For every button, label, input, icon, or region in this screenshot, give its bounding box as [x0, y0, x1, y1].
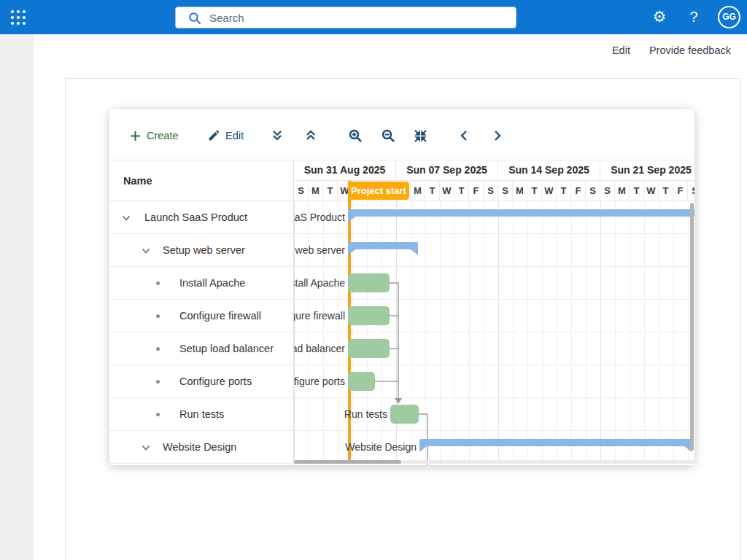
day-header-cell: S [484, 181, 498, 201]
day-header-cell: S [600, 181, 615, 201]
chevron-down-icon[interactable] [121, 213, 131, 223]
chevron-left-icon [460, 131, 468, 141]
project-start-badge: Project start [348, 182, 409, 200]
zoom-to-fit-button[interactable] [414, 125, 427, 146]
task-row[interactable]: Launch SaaS Product [109, 201, 293, 234]
task-bar[interactable] [348, 273, 390, 292]
chart-task-label: Run tests [294, 398, 387, 431]
provide-feedback-link[interactable]: Provide feedback [649, 44, 731, 56]
edit-button-label: Edit [225, 130, 244, 141]
task-bar[interactable] [348, 372, 375, 391]
day-header-cell: T [630, 181, 644, 201]
day-header-cell: F [469, 181, 484, 201]
task-row[interactable]: Configure firewall [109, 300, 293, 332]
day-header-cell: W [440, 181, 454, 201]
week-header-cell: Sun 21 Sep 2025 [600, 160, 694, 181]
task-bar[interactable] [348, 339, 390, 358]
day-header-cell: T [659, 181, 673, 201]
user-avatar[interactable]: GG [718, 6, 740, 28]
task-name-label: Setup load balancer [179, 332, 274, 365]
zoom-to-fit-icon [414, 130, 427, 142]
gantt-widget: Create Edit [109, 109, 694, 465]
week-header-cell: Sun 07 Sep 2025 [396, 160, 498, 181]
chart-task-label: Install Apache [294, 267, 345, 300]
task-name-label: Setup web server [163, 234, 245, 267]
chevron-right-icon [493, 131, 502, 141]
edit-button[interactable]: Edit [208, 125, 244, 146]
bullet-icon [156, 314, 160, 318]
day-header-cell: W [644, 181, 659, 201]
pencil-icon [208, 130, 220, 141]
timeline-week-header: Sun 31 Aug 2025Sun 07 Sep 2025Sun 14 Sep… [294, 160, 694, 181]
day-header-cell: T [323, 181, 338, 201]
task-name-label: Configure firewall [179, 300, 261, 332]
day-header-cell: M [309, 181, 323, 201]
chevron-down-icon[interactable] [141, 443, 151, 453]
timeline-day-header: SMTWTFSSMTWTFSSMTWTFSSMTWTFSProject star… [294, 181, 694, 201]
scroll-left-button[interactable] [460, 125, 468, 146]
gantt-timeline: Sun 31 Aug 2025Sun 07 Sep 2025Sun 14 Sep… [294, 160, 694, 465]
week-header-cell: Sun 31 Aug 2025 [294, 160, 396, 181]
page-edit-link[interactable]: Edit [612, 44, 630, 56]
day-header-cell: T [527, 181, 542, 201]
expand-all-button[interactable] [271, 125, 283, 146]
double-chevron-down-icon [271, 130, 283, 141]
task-row[interactable]: Website Design [109, 431, 293, 464]
summary-bar[interactable] [348, 209, 694, 222]
plus-icon [130, 131, 141, 141]
left-sidebar-rail [0, 34, 34, 560]
day-header-cell: M [615, 181, 630, 201]
day-header-cell: S [586, 181, 600, 201]
task-row[interactable]: Configure ports [109, 365, 293, 398]
chart-task-label: Setup load balancer [294, 332, 345, 365]
collapse-all-button[interactable] [305, 125, 317, 146]
horizontal-scrollbar[interactable] [294, 460, 401, 464]
day-header-cell: W [542, 181, 557, 201]
scroll-right-button[interactable] [493, 125, 502, 146]
task-name-label: Website Design [163, 431, 236, 464]
day-header-cell: M [411, 181, 425, 201]
day-header-cell: T [425, 181, 440, 201]
chart-task-label: Website Design [294, 431, 417, 464]
task-row[interactable]: Install Apache [109, 267, 293, 300]
day-header-cell: F [673, 181, 688, 201]
task-bar[interactable] [390, 405, 419, 424]
vertical-scrollbar[interactable] [690, 203, 694, 451]
help-icon[interactable]: ? [684, 7, 703, 27]
gantt-toolbar: Create Edit [109, 109, 694, 160]
task-name-label: Configure ports [179, 365, 252, 398]
gantt-chart-area: Launch SaaS ProductSetup web serverInsta… [294, 201, 694, 465]
settings-gear-icon[interactable]: ⚙ [649, 7, 670, 27]
day-header-cell: S [294, 181, 309, 201]
day-header-cell: F [571, 181, 586, 201]
zoom-in-icon [349, 129, 362, 142]
create-button[interactable]: Create [130, 125, 179, 146]
task-row[interactable]: Setup web server [109, 234, 293, 267]
task-row[interactable]: Run tests [109, 398, 293, 431]
task-name-column: Name Launch SaaS ProductSetup web server… [109, 160, 294, 465]
week-header-cell: Sun 14 Sep 2025 [498, 160, 600, 181]
search-box[interactable] [175, 7, 516, 28]
search-input[interactable] [209, 8, 508, 27]
task-name-label: Install Apache [179, 267, 245, 300]
day-header-cell: M [513, 181, 527, 201]
chart-task-label: Launch SaaS Product [294, 201, 345, 234]
summary-bar[interactable] [419, 439, 692, 452]
create-button-label: Create [147, 130, 179, 141]
summary-bar[interactable] [348, 242, 418, 255]
task-name-label: Launch SaaS Product [144, 201, 247, 234]
day-header-cell: S [498, 181, 513, 201]
task-row[interactable]: Setup load balancer [109, 332, 293, 365]
task-bar[interactable] [348, 306, 390, 325]
bullet-icon [156, 380, 160, 384]
search-icon [188, 12, 201, 25]
bullet-icon [156, 347, 160, 351]
page-actions: Edit Provide feedback [612, 44, 731, 56]
day-header-cell: S [688, 181, 694, 201]
chevron-down-icon[interactable] [141, 246, 151, 256]
zoom-in-button[interactable] [349, 125, 362, 146]
app-grid-icon[interactable] [9, 9, 27, 26]
zoom-out-button[interactable] [382, 125, 395, 146]
day-header-cell: T [454, 181, 469, 201]
bullet-icon [156, 281, 160, 285]
